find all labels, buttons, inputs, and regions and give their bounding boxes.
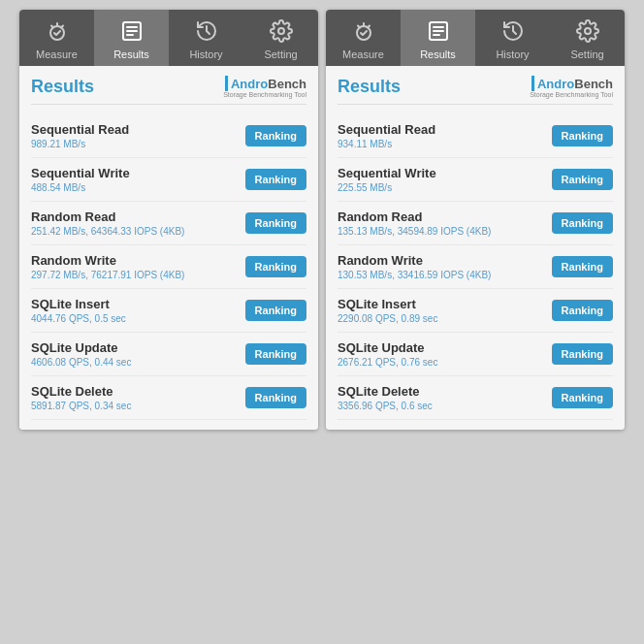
result-row: Random Write130.53 MB/s, 33416.59 IOPS (… — [338, 245, 613, 289]
nav-label-measure: Measure — [342, 48, 384, 60]
result-value: 5891.87 QPS, 0.34 sec — [31, 401, 238, 411]
nav-bar: MeasureResultsHistorySetting — [19, 10, 318, 66]
logo-subtitle: Storage Benchmarking Tool — [223, 91, 306, 98]
logo-accent-bar — [531, 76, 534, 91]
ranking-button[interactable]: Ranking — [552, 212, 613, 234]
setting-icon — [268, 17, 295, 45]
ranking-button[interactable]: Ranking — [245, 256, 306, 277]
result-row: SQLite Update4606.08 QPS, 0.44 secRankin… — [31, 333, 306, 376]
nav-label-measure: Measure — [36, 48, 78, 60]
result-value: 135.13 MB/s, 34594.89 IOPS (4KB) — [338, 226, 544, 237]
result-row: Sequential Read934.11 MB/sRanking — [338, 114, 613, 158]
result-value: 2676.21 QPS, 0.76 sec — [338, 357, 544, 368]
ranking-button[interactable]: Ranking — [552, 300, 613, 321]
phone-panel-2: MeasureResultsHistorySettingResultsAndro… — [326, 10, 625, 430]
nav-item-measure[interactable]: Measure — [326, 10, 401, 66]
result-row: Random Read251.42 MB/s, 64364.33 IOPS (4… — [31, 202, 306, 245]
svg-point-5 — [278, 28, 284, 34]
result-name: SQLite Insert — [31, 297, 238, 311]
nav-label-setting: Setting — [570, 48, 603, 60]
logo-subtitle: Storage Benchmarking Tool — [530, 91, 613, 98]
result-name: SQLite Update — [31, 340, 238, 355]
logo-row: AndroBench — [225, 76, 306, 91]
phone-panel-1: MeasureResultsHistorySettingResultsAndro… — [19, 10, 318, 430]
result-row: Sequential Write225.55 MB/sRanking — [338, 158, 613, 202]
measure-icon — [44, 17, 71, 45]
result-value: 4044.76 QPS, 0.5 sec — [31, 313, 238, 324]
result-value: 934.11 MB/s — [338, 139, 544, 149]
result-value: 225.55 MB/s — [338, 182, 544, 193]
nav-item-setting[interactable]: Setting — [550, 10, 625, 66]
ranking-button[interactable]: Ranking — [552, 125, 613, 146]
nav-label-results: Results — [113, 48, 149, 60]
result-name: SQLite Update — [338, 340, 544, 355]
nav-label-history: History — [189, 48, 222, 60]
content-area: ResultsAndroBenchStorage Benchmarking To… — [326, 66, 625, 430]
ranking-button[interactable]: Ranking — [245, 300, 306, 321]
measure-icon — [350, 17, 377, 45]
ranking-button[interactable]: Ranking — [245, 212, 306, 234]
result-info: Sequential Read989.21 MB/s — [31, 122, 238, 149]
result-info: Random Read135.13 MB/s, 34594.89 IOPS (4… — [338, 209, 544, 237]
result-info: Sequential Write225.55 MB/s — [338, 166, 544, 193]
setting-icon — [574, 17, 601, 45]
content-header: ResultsAndroBenchStorage Benchmarking To… — [338, 76, 613, 105]
result-row: SQLite Update2676.21 QPS, 0.76 secRankin… — [338, 333, 613, 376]
androbench-logo: AndroBenchStorage Benchmarking Tool — [223, 76, 306, 98]
result-name: SQLite Insert — [338, 297, 544, 311]
svg-point-11 — [585, 28, 591, 34]
result-row: Random Write297.72 MB/s, 76217.91 IOPS (… — [31, 245, 306, 289]
ranking-button[interactable]: Ranking — [552, 387, 613, 408]
result-name: Sequential Write — [31, 166, 238, 180]
nav-item-results[interactable]: Results — [94, 10, 169, 66]
logo-accent-bar — [225, 76, 228, 91]
result-info: SQLite Update2676.21 QPS, 0.76 sec — [338, 340, 544, 368]
result-info: Random Write130.53 MB/s, 33416.59 IOPS (… — [338, 253, 544, 280]
result-value: 297.72 MB/s, 76217.91 IOPS (4KB) — [31, 270, 238, 280]
result-info: SQLite Insert4044.76 QPS, 0.5 sec — [31, 297, 238, 324]
results-icon — [118, 17, 145, 45]
logo-text: AndroBench — [231, 77, 306, 91]
ranking-button[interactable]: Ranking — [245, 125, 306, 146]
nav-item-history[interactable]: History — [169, 10, 243, 66]
result-value: 488.54 MB/s — [31, 182, 238, 193]
result-row: Sequential Write488.54 MB/sRanking — [31, 158, 306, 202]
result-name: Random Write — [31, 253, 238, 268]
result-value: 3356.96 QPS, 0.6 sec — [338, 401, 544, 411]
result-row: SQLite Delete5891.87 QPS, 0.34 secRankin… — [31, 376, 306, 420]
nav-item-results[interactable]: Results — [401, 10, 475, 66]
logo-text: AndroBench — [537, 77, 613, 91]
result-info: Sequential Read934.11 MB/s — [338, 122, 544, 149]
result-name: SQLite Delete — [31, 384, 238, 399]
results-title: Results — [338, 77, 401, 97]
nav-item-measure[interactable]: Measure — [19, 10, 94, 66]
result-row: SQLite Insert4044.76 QPS, 0.5 secRanking — [31, 289, 306, 333]
ranking-button[interactable]: Ranking — [552, 256, 613, 277]
result-name: Random Read — [31, 209, 238, 224]
ranking-button[interactable]: Ranking — [245, 387, 306, 408]
nav-label-setting: Setting — [264, 48, 297, 60]
results-title: Results — [31, 77, 94, 97]
result-row: Sequential Read989.21 MB/sRanking — [31, 114, 306, 158]
result-value: 130.53 MB/s, 33416.59 IOPS (4KB) — [338, 270, 544, 280]
result-info: SQLite Insert2290.08 QPS, 0.89 sec — [338, 297, 544, 324]
result-value: 2290.08 QPS, 0.89 sec — [338, 313, 544, 324]
result-value: 4606.08 QPS, 0.44 sec — [31, 357, 238, 368]
ranking-button[interactable]: Ranking — [552, 169, 613, 190]
nav-bar: MeasureResultsHistorySetting — [326, 10, 625, 66]
ranking-button[interactable]: Ranking — [552, 343, 613, 365]
result-name: Sequential Write — [338, 166, 544, 180]
result-row: SQLite Delete3356.96 QPS, 0.6 secRanking — [338, 376, 613, 420]
result-name: SQLite Delete — [338, 384, 544, 399]
result-info: Random Read251.42 MB/s, 64364.33 IOPS (4… — [31, 209, 238, 237]
result-name: Random Write — [338, 253, 544, 268]
nav-item-setting[interactable]: Setting — [243, 10, 318, 66]
nav-item-history[interactable]: History — [475, 10, 550, 66]
ranking-button[interactable]: Ranking — [245, 343, 306, 365]
logo-row: AndroBench — [531, 76, 613, 91]
app-container: MeasureResultsHistorySettingResultsAndro… — [0, 0, 644, 644]
result-info: SQLite Update4606.08 QPS, 0.44 sec — [31, 340, 238, 368]
result-value: 989.21 MB/s — [31, 139, 238, 149]
nav-label-history: History — [496, 48, 529, 60]
ranking-button[interactable]: Ranking — [245, 169, 306, 190]
